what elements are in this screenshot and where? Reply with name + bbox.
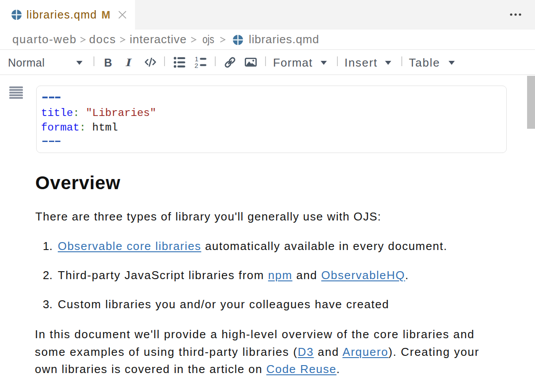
svg-text:2: 2 xyxy=(195,62,198,68)
